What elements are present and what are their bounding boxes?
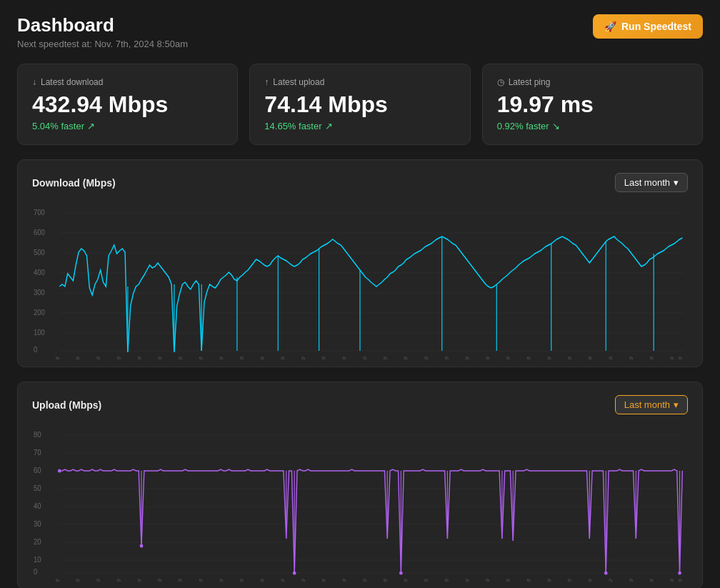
- upload-icon: ↑: [264, 77, 269, 87]
- svg-text:Oct. 31 8:10: Oct. 31 8:10: [125, 578, 142, 582]
- ping-value: 19.97 ms: [497, 91, 688, 118]
- svg-text:Oct. 31 0:40: Oct. 31 0:40: [84, 356, 101, 359]
- download-chart-header: Download (Mbps) Last month ▾: [32, 173, 688, 192]
- svg-text:100: 100: [34, 329, 45, 337]
- svg-text:Nov. 4 16:00: Nov. 4 16:00: [575, 356, 593, 359]
- svg-text:Nov. 5 5:22: Nov. 5 5:22: [597, 578, 614, 582]
- svg-text:Nov. 3 9:20: Nov. 3 9:20: [433, 578, 449, 582]
- download-icon: ↓: [32, 77, 36, 87]
- svg-text:Nov. 2 5:40: Nov. 2 5:40: [331, 578, 347, 582]
- svg-text:Nov. 4 0:40: Nov. 4 0:40: [494, 578, 511, 582]
- svg-text:Nov. 2 5:40: Nov. 2 5:40: [351, 356, 368, 359]
- svg-text:Nov. 6 6:30: Nov. 6 6:30: [659, 356, 675, 359]
- svg-text:Nov. 1 14:30: Nov. 1 14:30: [268, 356, 286, 359]
- svg-text:Nov. 3 3:20: Nov. 3 3:20: [371, 578, 388, 582]
- page-header: Dashboard Next speedtest at: Nov. 7th, 2…: [17, 14, 703, 49]
- svg-text:Nov. 6 2:30: Nov. 6 2:30: [638, 578, 654, 582]
- rocket-icon: 🚀: [604, 21, 616, 32]
- svg-text:Nov. 4 16:00: Nov. 4 16:00: [534, 578, 552, 582]
- run-speedtest-button[interactable]: 🚀 Run Speedtest: [593, 14, 703, 39]
- download-label: ↓ Latest download: [32, 77, 223, 87]
- up-arrow-icon: ↗: [325, 121, 333, 131]
- svg-text:Nov. 4 19:50: Nov. 4 19:50: [555, 578, 573, 582]
- download-stat-card: ↓ Latest download 432.94 Mbps 5.04% fast…: [17, 64, 238, 145]
- svg-text:Nov. 1 1:40: Nov. 1 1:40: [187, 356, 204, 359]
- svg-text:Nov. 1 13:10: Nov. 1 13:10: [268, 578, 286, 582]
- svg-text:Nov. 4 19:50: Nov. 4 19:50: [596, 356, 614, 359]
- download-chart-container: 700 600 500 400 300 200 100 0: [32, 202, 688, 359]
- svg-text:Nov. 2 9:20: Nov. 2 9:20: [371, 356, 388, 359]
- svg-text:Oct. 31 12:00: Oct. 31 12:00: [144, 356, 163, 359]
- svg-text:Oct. 30 20:40: Oct. 30 20:40: [62, 578, 81, 582]
- svg-text:30: 30: [34, 520, 41, 528]
- svg-text:400: 400: [34, 269, 45, 276]
- up-arrow-icon: ↗: [87, 121, 95, 131]
- svg-text:Oct. 31 0:40: Oct. 31 0:40: [84, 578, 101, 582]
- stats-grid: ↓ Latest download 432.94 Mbps 5.04% fast…: [17, 64, 703, 145]
- svg-text:60: 60: [34, 467, 41, 474]
- svg-text:Nov. 1 3:00: Nov. 1 3:00: [208, 356, 224, 359]
- svg-text:Nov. 5 15:00: Nov. 5 15:00: [616, 578, 634, 582]
- svg-text:80: 80: [34, 431, 41, 439]
- svg-text:Oct. 31 15:20: Oct. 31 15:20: [164, 578, 183, 582]
- svg-text:300: 300: [34, 289, 45, 297]
- upload-period-button[interactable]: Last month ▾: [615, 395, 688, 414]
- upload-chart-title: Upload (Mbps): [32, 399, 101, 411]
- svg-text:0: 0: [34, 346, 38, 354]
- svg-text:Nov. 3 9:10: Nov. 3 9:10: [474, 356, 491, 359]
- ping-change: 0.92% faster ↘: [497, 121, 688, 131]
- svg-text:Nov. 3 20:50: Nov. 3 20:50: [514, 356, 531, 359]
- upload-chart-section: Upload (Mbps) Last month ▾ 80 70 60 50 4…: [17, 382, 703, 588]
- svg-text:Nov. 1 6:40: Nov. 1 6:40: [229, 578, 245, 582]
- download-change: 5.04% faster ↗: [32, 121, 223, 131]
- svg-text:Nov. 4 8:20: Nov. 4 8:20: [515, 578, 531, 582]
- page-title: Dashboard: [17, 14, 188, 36]
- svg-text:Nov. 1 9:20: Nov. 1 9:20: [249, 578, 265, 582]
- upload-chart-container: 80 70 60 50 40 30 20 10 0: [32, 424, 688, 582]
- ping-label: ◷ Latest ping: [497, 77, 688, 87]
- svg-text:10: 10: [34, 556, 41, 564]
- chevron-down-icon: ▾: [674, 177, 679, 188]
- svg-text:Nov. 3 17:00: Nov. 3 17:00: [473, 578, 491, 582]
- svg-text:Oct. 31 3:30: Oct. 31 3:30: [104, 356, 121, 359]
- svg-text:Oct. 31 3:30: Oct. 31 3:30: [104, 578, 121, 582]
- ping-stat-card: ◷ Latest ping 19.97 ms 0.92% faster ↘: [482, 64, 703, 145]
- upload-value: 74.14 Mbps: [264, 91, 455, 118]
- svg-text:Nov. 2 1:10: Nov. 2 1:10: [310, 356, 326, 359]
- upload-change: 14.65% faster ↗: [264, 121, 455, 131]
- svg-text:Nov. 2 9:20: Nov. 2 9:20: [351, 578, 368, 582]
- svg-text:Nov. 3 1:40: Nov. 3 1:40: [413, 356, 429, 359]
- svg-text:Oct. 31 15:20: Oct. 31 15:20: [164, 356, 183, 359]
- svg-text:Nov. 3 13:10: Nov. 3 13:10: [494, 356, 511, 359]
- svg-text:Nov. 1 10:50: Nov. 1 10:50: [247, 356, 265, 359]
- ping-icon: ◷: [497, 77, 504, 87]
- svg-text:Nov. 1 3:00: Nov. 1 3:00: [208, 578, 224, 582]
- svg-text:Oct. 31 8:10: Oct. 31 8:10: [125, 356, 142, 359]
- svg-text:Nov. 3 5:20: Nov. 3 5:20: [454, 356, 470, 359]
- svg-text:Nov. 4 8:20: Nov. 4 8:20: [556, 356, 573, 359]
- svg-text:Nov. 1 6:40: Nov. 1 6:40: [229, 356, 245, 359]
- svg-text:Nov. 1 17:20: Nov. 1 17:20: [289, 356, 306, 359]
- svg-text:Nov. 2 2:00: Nov. 2 2:00: [331, 356, 347, 359]
- download-chart-section: Download (Mbps) Last month ▾ 700 600 500…: [17, 159, 703, 367]
- svg-text:500: 500: [34, 249, 45, 256]
- svg-text:Nov. 5 23:40: Nov. 5 23:40: [616, 356, 634, 359]
- upload-stat-card: ↑ Latest upload 74.14 Mbps 14.65% faster…: [249, 64, 470, 145]
- svg-text:0: 0: [34, 568, 38, 576]
- svg-text:600: 600: [34, 229, 45, 236]
- svg-text:50: 50: [34, 484, 41, 492]
- upload-label: ↑ Latest upload: [264, 77, 455, 87]
- svg-text:40: 40: [34, 502, 41, 510]
- svg-text:Nov. 5 23:40: Nov. 5 23:40: [575, 578, 593, 582]
- svg-text:Nov. 4 0:40: Nov. 4 0:40: [536, 356, 552, 359]
- header-title-area: Dashboard Next speedtest at: Nov. 7th, 2…: [17, 14, 188, 49]
- svg-text:Oct. 31 12:00: Oct. 31 12:00: [144, 578, 163, 582]
- svg-text:Oct. 30 13:06: Oct. 30 13:06: [41, 356, 60, 359]
- svg-text:70: 70: [34, 449, 41, 457]
- svg-text:Nov. 2 21:50: Nov. 2 21:50: [391, 356, 409, 359]
- svg-text:Nov. 3 7:00: Nov. 3 7:00: [413, 578, 429, 582]
- upload-chart-svg: 80 70 60 50 40 30 20 10 0: [32, 424, 688, 582]
- download-period-button[interactable]: Last month ▾: [615, 173, 688, 192]
- svg-text:Nov. 5 7:10: Nov. 5 7:10: [638, 356, 654, 359]
- download-chart-title: Download (Mbps): [32, 177, 116, 189]
